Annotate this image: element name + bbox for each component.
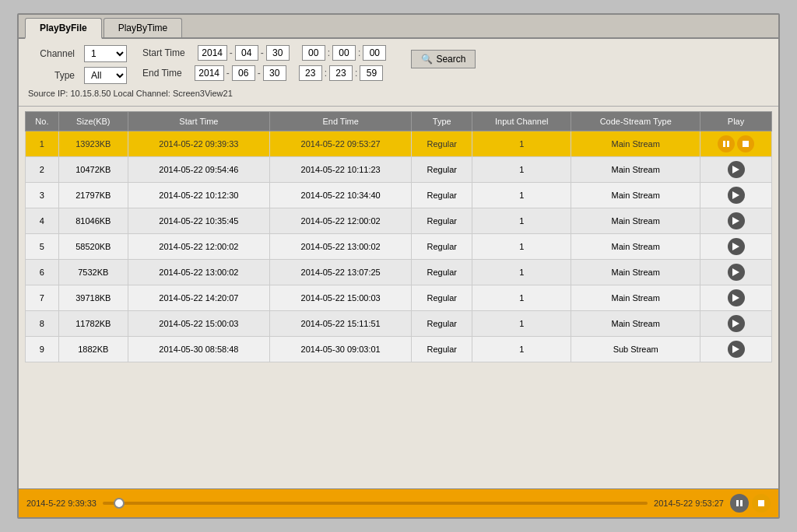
table-cell: 13923KB — [58, 131, 128, 157]
start-date-group: - - : : — [198, 45, 387, 61]
search-button[interactable]: 🔍 Search — [411, 50, 476, 68]
table-cell: 2014-05-22 12:00:02 — [128, 234, 269, 260]
play-button[interactable] — [728, 187, 745, 204]
start-year[interactable] — [198, 45, 227, 61]
tab-playbytime[interactable]: PlayByTime — [104, 18, 183, 37]
play-button[interactable] — [728, 341, 745, 358]
table-row[interactable]: 739718KB2014-05-22 14:20:072014-05-22 15… — [26, 285, 772, 311]
start-day[interactable] — [266, 45, 290, 61]
table-cell: 2014-05-22 10:34:40 — [270, 183, 412, 208]
play-icon — [732, 294, 739, 302]
source-info: Source IP: 10.15.8.50 Local Channel: Scr… — [28, 87, 769, 100]
end-month[interactable] — [232, 65, 255, 81]
table-row[interactable]: 91882KB2014-05-30 08:58:482014-05-30 09:… — [26, 337, 772, 362]
table-cell: 2014-05-22 09:53:27 — [270, 131, 412, 157]
play-icon — [732, 166, 739, 173]
table-cell: Regular — [412, 337, 472, 362]
play-button[interactable] — [728, 238, 745, 255]
play-cell — [700, 260, 772, 285]
table-row[interactable]: 321797KB2014-05-22 10:12:302014-05-22 10… — [26, 183, 772, 208]
play-button[interactable] — [728, 264, 745, 281]
play-cell — [700, 311, 772, 337]
table-cell: Regular — [412, 157, 472, 183]
table-row[interactable]: 113923KB2014-05-22 09:39:332014-05-22 09… — [26, 131, 772, 157]
play-cell — [700, 183, 772, 208]
table-cell: 1 — [472, 131, 571, 157]
start-month[interactable] — [235, 45, 258, 61]
channel-select[interactable]: 1 2 — [84, 45, 127, 62]
pause-icon — [736, 500, 743, 506]
end-hour[interactable] — [299, 65, 322, 81]
play-button[interactable] — [728, 289, 745, 306]
table-cell: Main Stream — [571, 260, 700, 285]
pause-icon — [723, 141, 729, 147]
tab-playbyfile[interactable]: PlayByFile — [25, 18, 102, 39]
end-sec[interactable] — [360, 65, 383, 81]
table-cell: Main Stream — [571, 234, 700, 260]
col-type: Type — [412, 112, 472, 131]
table-row[interactable]: 481046KB2014-05-22 10:35:452014-05-22 12… — [26, 208, 772, 234]
table-cell: 8 — [26, 311, 59, 337]
table-cell: 58520KB — [58, 234, 128, 260]
timeline-slider-container[interactable] — [103, 502, 648, 505]
col-stream: Code-Stream Type — [571, 112, 700, 131]
start-sep1: - — [230, 47, 233, 58]
play-cell — [700, 285, 772, 311]
table-cell: 2014-05-30 09:03:01 — [270, 337, 412, 362]
col-channel: Input Channel — [472, 112, 571, 131]
timeline-stop-button[interactable] — [752, 494, 771, 513]
pause-button[interactable] — [718, 135, 735, 152]
controls-area: Channel 1 2 Type All Regular Start Ti — [19, 39, 778, 107]
table-cell: Main Stream — [571, 311, 700, 337]
end-year[interactable] — [195, 65, 224, 81]
play-button[interactable] — [728, 161, 745, 178]
table-row[interactable]: 210472KB2014-05-22 09:54:462014-05-22 10… — [26, 157, 772, 183]
timeline-handle[interactable] — [114, 498, 125, 509]
col-play: Play — [700, 112, 772, 131]
type-select[interactable]: All Regular — [84, 67, 127, 84]
stop-icon — [758, 500, 764, 506]
table-cell: 1 — [472, 183, 571, 208]
col-end: End Time — [270, 112, 412, 131]
timeline-track[interactable] — [103, 502, 648, 505]
end-sep2: - — [258, 68, 261, 79]
play-icon — [732, 243, 739, 250]
start-min[interactable] — [332, 45, 356, 61]
table-cell: 1 — [472, 208, 571, 234]
table-cell: 1 — [472, 234, 571, 260]
table-cell: 1 — [472, 337, 571, 362]
table-row[interactable]: 558520KB2014-05-22 12:00:022014-05-22 13… — [26, 234, 772, 260]
play-button[interactable] — [728, 212, 745, 229]
start-sec[interactable] — [363, 45, 386, 61]
stop-button[interactable] — [737, 135, 754, 152]
timeline-pause-button[interactable] — [730, 494, 749, 513]
table-cell: 2014-05-22 13:00:02 — [270, 234, 412, 260]
table-cell: 2014-05-22 10:35:45 — [128, 208, 269, 234]
table-body: 113923KB2014-05-22 09:39:332014-05-22 09… — [26, 131, 772, 362]
main-container: PlayByFile PlayByTime Channel 1 2 Type A… — [17, 13, 780, 519]
table-cell: 2014-05-22 15:00:03 — [270, 285, 412, 311]
play-icon — [732, 345, 739, 353]
play-button[interactable] — [728, 315, 745, 332]
end-sep4: : — [355, 68, 357, 79]
table-cell: Regular — [412, 208, 472, 234]
table-cell: Main Stream — [571, 183, 700, 208]
start-sep3: : — [328, 47, 330, 58]
table-cell: 10472KB — [58, 157, 128, 183]
table-cell: 11782KB — [58, 311, 128, 337]
start-hour[interactable] — [302, 45, 325, 61]
table-cell: Regular — [412, 260, 472, 285]
table-row[interactable]: 67532KB2014-05-22 13:00:022014-05-22 13:… — [26, 260, 772, 285]
table-cell: 21797KB — [58, 183, 128, 208]
table-row[interactable]: 811782KB2014-05-22 15:00:032014-05-22 15… — [26, 311, 772, 337]
timeline-end-time: 2014-5-22 9:53:27 — [654, 499, 724, 508]
end-date-group: - - : : — [195, 65, 384, 81]
table-cell: 2014-05-22 14:20:07 — [128, 285, 269, 311]
table-cell: 3 — [26, 183, 59, 208]
end-min[interactable] — [329, 65, 353, 81]
table-cell: 2014-05-22 09:39:33 — [128, 131, 269, 157]
end-day[interactable] — [263, 65, 286, 81]
tabs-bar: PlayByFile PlayByTime — [19, 15, 778, 39]
end-sep1: - — [226, 68, 230, 79]
table-cell: 1 — [26, 131, 59, 157]
